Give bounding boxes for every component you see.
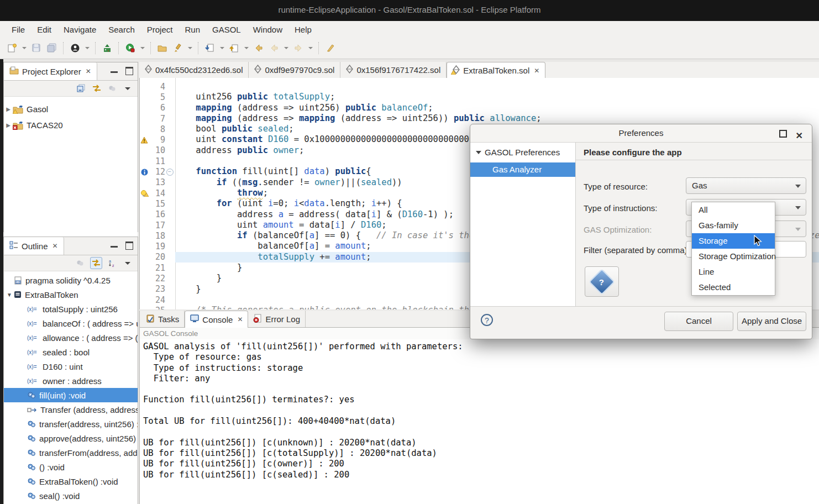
new-wizard-icon[interactable] [6,42,18,54]
dropdown-option-all[interactable]: All [692,202,775,218]
dropdown-arrow-icon[interactable] [85,47,90,49]
collapse-icon[interactable]: − [166,169,174,176]
tab-outline[interactable]: Outline ✕ [4,237,64,255]
outline-item[interactable]: (x)=balanceOf : ( address => uin [4,316,138,330]
menu-edit[interactable]: Edit [31,23,57,36]
menu-window[interactable]: Window [247,23,288,36]
dropdown-arrow-icon[interactable] [308,47,313,49]
outline-item[interactable]: () :void [4,460,138,474]
back-gold-icon[interactable] [253,42,265,54]
expander-icon[interactable]: ▶ [4,122,13,128]
run-last-icon[interactable] [124,42,136,54]
tree-item-gas-analyzer[interactable]: Gas Analyzer [470,162,575,177]
link-with-editor-icon[interactable] [90,257,102,269]
dropdown-option-line[interactable]: Line [692,264,775,280]
help-icon[interactable]: ? [481,314,493,326]
type-of-resource-select[interactable]: Gas [686,177,806,194]
back-pale-icon[interactable] [268,42,280,54]
menu-file[interactable]: File [6,23,31,36]
marker-icon[interactable] [172,42,184,54]
debug-icon[interactable] [101,42,113,54]
console-tab-console[interactable]: Console✕ [185,311,248,328]
project-label: Gasol [27,104,48,114]
cancel-button[interactable]: Cancel [664,312,733,331]
expander-icon[interactable]: ▼ [5,292,14,298]
editor-tab-0x4fc550cd2312ed6.sol[interactable]: 0x4fc550cd2312ed6.sol [139,62,249,78]
outline-item[interactable]: (x)=D160 : uint [4,359,138,374]
console-output[interactable]: GASOL analysis of 'fill(uint256[])' perf… [140,339,819,480]
link-with-editor-icon[interactable] [91,83,102,94]
dropdown-arrow-icon[interactable] [244,47,249,49]
menu-run[interactable]: Run [179,23,206,36]
menu-navigate[interactable]: Navigate [57,23,102,36]
help-button[interactable]: ? [585,266,619,297]
code-line[interactable] [175,81,819,92]
console-tab-tasks[interactable]: Tasks [141,311,185,327]
apply-and-close-button[interactable]: Apply and Close [737,312,806,331]
maximize-icon[interactable] [125,242,133,250]
close-icon[interactable]: ✕ [53,242,58,250]
dropdown-option-selected[interactable]: Selected [692,280,775,295]
minimize-icon[interactable] [111,244,118,248]
close-icon[interactable]: ✕ [237,316,243,323]
user-icon[interactable] [69,42,81,54]
save-icon[interactable] [30,42,43,54]
maximize-icon[interactable] [779,130,787,138]
console-tab-error-log[interactable]: Error Log [248,311,306,327]
close-icon[interactable]: ✕ [86,67,91,75]
view-menu-icon[interactable] [122,83,133,94]
fold-marker[interactable]: − [165,169,174,176]
view-menu-icon[interactable] [122,258,133,269]
dropdown-option-storage-optimization[interactable]: Storage Optimization [692,249,775,264]
dropdown-option-gas-family[interactable]: Gas-family [692,218,775,233]
import-doc-icon[interactable] [204,42,216,54]
outline-item[interactable]: Transfer (address, address, u [4,402,138,417]
editor-gutter[interactable]: 456789101112−13141516171819202122232425 [140,78,176,309]
editor-tab-ExtraBalToken.sol[interactable]: ExtraBalToken.sol✕ [447,62,545,78]
outline-item[interactable]: (x)=owner : address [4,374,138,388]
editor-tab-0xdf9e97970c9.sol[interactable]: 0xdf9e97970c9.sol [249,62,340,78]
highlighter-icon[interactable] [324,42,337,54]
maximize-icon[interactable] [125,67,133,75]
outline-item[interactable]: fill(uint) :void [4,388,138,402]
outline-item[interactable]: (x)=allowance : ( address => ( ad [4,330,138,345]
focus-icon[interactable] [75,258,86,269]
outline-item[interactable]: seal() :void [4,489,138,503]
editor-tab-0x156f9176717422.sol[interactable]: 0x156f9176717422.sol [340,62,447,78]
dropdown-arrow-icon[interactable] [220,47,224,49]
outline-item[interactable]: 1.0pragma solidity ^0.4.25 [4,273,138,287]
outline-item[interactable]: ▼ExtraBalToken [4,287,138,302]
outline-item[interactable]: transfer(address, uint256) :v [4,417,138,431]
tab-project-explorer[interactable]: Project Explorer ✕ [4,62,97,80]
code-line[interactable]: mapping (address => mapping (address => … [175,113,819,124]
menu-help[interactable]: Help [288,23,318,36]
sort-az-icon[interactable]: az [107,258,118,269]
dropdown-arrow-icon[interactable] [188,47,192,49]
function-icon [27,492,36,500]
dropdown-arrow-icon[interactable] [140,47,145,49]
export-doc-icon[interactable] [228,42,240,54]
outline-item[interactable]: ExtraBalToken() :void [4,474,138,489]
outline-item[interactable]: approve(address, uint256) :b [4,431,138,445]
close-icon[interactable]: ✕ [534,67,539,75]
minimize-icon[interactable] [111,69,118,73]
save-all-icon[interactable] [46,42,58,54]
focus-icon[interactable] [107,83,118,94]
dropdown-arrow-icon[interactable] [284,47,288,49]
menu-project[interactable]: Project [141,23,179,36]
project-tacas20[interactable]: ▶TACAS20 [4,117,138,133]
menu-search[interactable]: Search [102,23,141,36]
code-line[interactable]: uint256 public totalSupply; [175,92,819,102]
open-folder-icon[interactable] [156,42,169,54]
menu-gasol[interactable]: GASOL [206,23,247,36]
project-gasol[interactable]: ▶Gasol [4,101,138,117]
tree-item-gasol-preferences[interactable]: GASOL Preferences [470,143,575,160]
collapse-all-icon[interactable] [76,83,87,94]
forward-pale-icon[interactable] [292,42,305,54]
outline-item[interactable]: (x)=totalSupply : uint256 [4,302,138,316]
code-line[interactable]: mapping (address => uint256) public bala… [175,103,819,113]
dropdown-arrow-icon[interactable] [22,47,27,49]
outline-item[interactable]: (x)=sealed : bool [4,345,138,359]
outline-item[interactable]: transferFrom(address, addre [4,445,138,460]
expander-icon[interactable]: ▶ [4,106,13,112]
